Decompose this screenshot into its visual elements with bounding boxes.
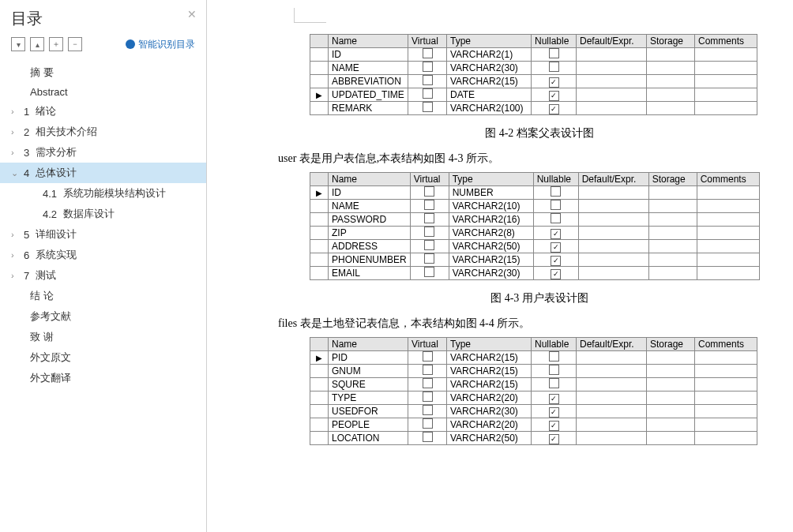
table-row[interactable]: PHONENUMBERVARCHAR2(15)✓ (310, 253, 760, 267)
checkbox-icon[interactable] (423, 48, 433, 58)
toc-label: 系统实现 (36, 248, 77, 262)
col-nullable: Nullable (532, 35, 577, 48)
close-icon[interactable]: ✕ (187, 8, 197, 21)
cell-comments (695, 418, 757, 432)
toc-item-9[interactable]: ›6系统实现 (0, 245, 206, 265)
table-row[interactable]: NAMEVARCHAR2(10) (310, 200, 760, 213)
checkbox-icon[interactable] (423, 432, 433, 442)
zoom-in-icon[interactable]: ＋ (49, 37, 63, 51)
cell-nullable: ✓ (533, 240, 578, 253)
cell-comments (697, 213, 759, 227)
table-row[interactable]: ABBREVIATIONVARCHAR2(15)✓ (310, 75, 757, 88)
checkbox-icon[interactable]: ✓ (551, 256, 561, 266)
checkbox-icon[interactable] (549, 351, 559, 362)
checkbox-icon[interactable]: ✓ (549, 434, 559, 444)
checkbox-icon[interactable] (423, 102, 433, 112)
checkbox-icon[interactable]: ✓ (549, 104, 559, 114)
table-row[interactable]: EMAILVARCHAR2(30)✓ (310, 267, 760, 280)
checkbox-icon[interactable] (424, 200, 434, 210)
checkbox-icon[interactable]: ✓ (549, 77, 559, 88)
checkbox-icon[interactable]: ✓ (549, 91, 559, 101)
checkbox-icon[interactable] (424, 253, 434, 264)
checkbox-icon[interactable] (423, 75, 433, 85)
toc-item-4[interactable]: ›3需求分析 (0, 142, 206, 163)
cell-name: EMAIL (329, 267, 411, 280)
checkbox-icon[interactable] (549, 378, 559, 388)
checkbox-icon[interactable]: ✓ (549, 421, 559, 431)
smart-toc-link[interactable]: 智能识别目录 (126, 38, 195, 51)
toc-item-14[interactable]: 外文原文 (0, 347, 206, 368)
table-row[interactable]: NAMEVARCHAR2(30) (310, 62, 757, 75)
checkbox-icon[interactable] (423, 88, 433, 99)
table-row[interactable]: REMARKVARCHAR2(100)✓ (310, 102, 757, 115)
toc-num: 2 (24, 126, 29, 138)
cell-name: ADDRESS (329, 240, 411, 253)
toc-item-10[interactable]: ›7测试 (0, 265, 206, 286)
checkbox-icon[interactable] (423, 405, 433, 415)
checkbox-icon[interactable] (549, 62, 559, 72)
table-row[interactable]: ▶UPDATED_TIMEDATE✓ (310, 88, 757, 102)
table-row[interactable]: USEDFORVARCHAR2(30)✓ (310, 405, 757, 418)
toc-item-15[interactable]: 外文翻译 (0, 368, 206, 388)
toc-item-8[interactable]: ›5详细设计 (0, 224, 206, 245)
checkbox-icon[interactable] (423, 392, 433, 402)
collapse-all-icon[interactable]: ▾ (11, 37, 25, 51)
checkbox-icon[interactable] (551, 186, 561, 197)
checkbox-icon[interactable] (551, 213, 561, 223)
toc-item-0[interactable]: 摘 要 (0, 62, 206, 83)
table-row[interactable]: LOCATIONVARCHAR2(50)✓ (310, 432, 757, 445)
cell-virtual (408, 378, 447, 392)
toc-item-6[interactable]: 4.1系统功能模块结构设计 (0, 183, 206, 204)
checkbox-icon[interactable]: ✓ (551, 229, 561, 239)
toc-item-11[interactable]: 结 论 (0, 286, 206, 306)
checkbox-icon[interactable] (551, 200, 561, 210)
checkbox-icon[interactable] (423, 365, 433, 375)
toc-item-5[interactable]: ⌄4总体设计 (0, 163, 206, 183)
zoom-out-icon[interactable]: － (68, 37, 82, 51)
checkbox-icon[interactable] (424, 186, 434, 197)
checkbox-icon[interactable] (423, 62, 433, 72)
cell-type: VARCHAR2(20) (447, 392, 532, 405)
checkbox-icon[interactable]: ✓ (549, 407, 559, 418)
row-marker-icon (310, 405, 329, 418)
table-row[interactable]: PEOPLEVARCHAR2(20)✓ (310, 418, 757, 432)
table-row[interactable]: ▶PIDVARCHAR2(15) (310, 351, 757, 365)
toc-item-13[interactable]: 致 谢 (0, 327, 206, 347)
toc-item-7[interactable]: 4.2数据库设计 (0, 204, 206, 224)
table-row[interactable]: GNUMVARCHAR2(15) (310, 365, 757, 378)
toc-item-12[interactable]: 参考文献 (0, 306, 206, 327)
expand-all-icon[interactable]: ▴ (30, 37, 44, 51)
checkbox-icon[interactable] (424, 213, 434, 223)
table-row[interactable]: ADDRESSVARCHAR2(50)✓ (310, 240, 760, 253)
checkbox-icon[interactable] (549, 365, 559, 375)
table-row[interactable]: PASSWORDVARCHAR2(16) (310, 213, 760, 227)
chevron-icon: › (11, 271, 21, 280)
checkbox-icon[interactable] (549, 48, 559, 58)
checkbox-icon[interactable] (424, 240, 434, 250)
cell-virtual (410, 213, 449, 227)
caption-4-3: 图 4-3 用户表设计图 (310, 291, 769, 305)
checkbox-icon[interactable] (423, 351, 433, 362)
toc-item-2[interactable]: ›1绪论 (0, 101, 206, 122)
table-row[interactable]: ▶IDNUMBER (310, 186, 760, 200)
checkbox-icon[interactable] (424, 227, 434, 237)
checkbox-icon[interactable]: ✓ (551, 269, 561, 279)
checkbox-icon[interactable]: ✓ (551, 242, 561, 253)
checkbox-icon[interactable] (423, 418, 433, 429)
table-row[interactable]: TYPEVARCHAR2(20)✓ (310, 392, 757, 405)
table-row[interactable]: IDVARCHAR2(1) (310, 48, 757, 62)
checkbox-icon[interactable] (423, 378, 433, 388)
cell-name: PEOPLE (329, 418, 408, 432)
chevron-icon: › (11, 250, 21, 260)
cell-default (578, 200, 648, 213)
checkbox-icon[interactable] (424, 267, 434, 277)
checkbox-icon[interactable]: ✓ (549, 394, 559, 404)
cell-comments (695, 62, 757, 75)
toc-item-3[interactable]: ›2相关技术介绍 (0, 122, 206, 142)
table-row[interactable]: ZIPVARCHAR2(8)✓ (310, 227, 760, 240)
table-4-3: NameVirtualTypeNullableDefault/Expr.Stor… (310, 172, 769, 280)
toc-item-1[interactable]: Abstract (0, 83, 206, 101)
chevron-icon: ⌄ (11, 168, 21, 178)
table-row[interactable]: SQUREVARCHAR2(15) (310, 378, 757, 392)
cell-name: PASSWORD (329, 213, 411, 227)
